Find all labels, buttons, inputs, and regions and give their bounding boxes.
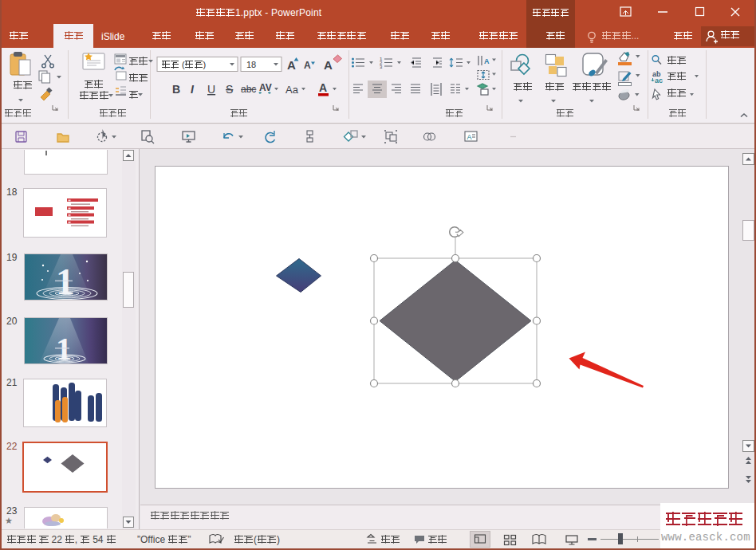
svg-text:1: 1	[56, 331, 72, 363]
svg-text:A: A	[467, 133, 472, 141]
